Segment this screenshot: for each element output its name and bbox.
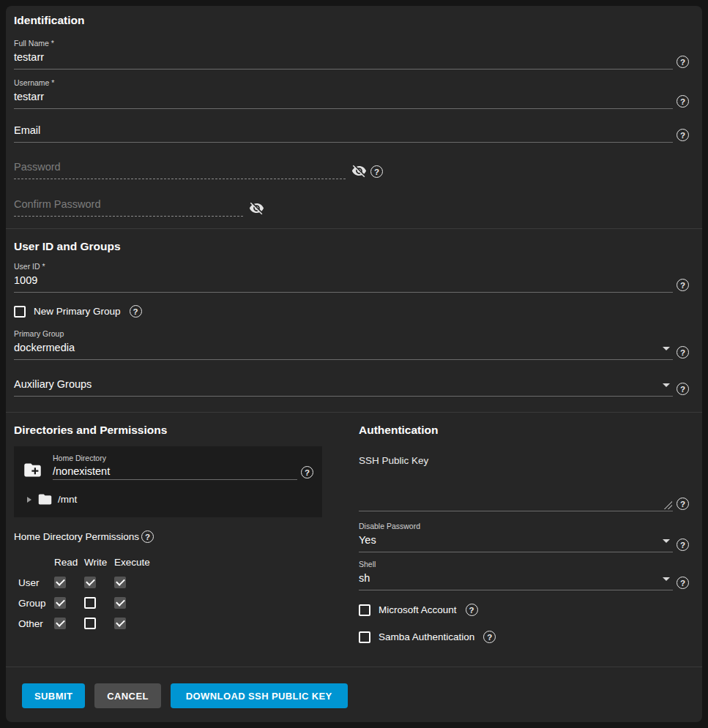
- other-write-checkbox[interactable]: [84, 618, 96, 629]
- user-write-checkbox[interactable]: [84, 577, 96, 588]
- disable-password-caret-down-icon[interactable]: [663, 539, 670, 543]
- user-form-card: Identification Full Name * testarr ? Use…: [6, 6, 702, 722]
- samba-authentication-help-icon[interactable]: ?: [483, 631, 496, 643]
- auxiliary-groups-select[interactable]: Auxiliary Groups: [14, 378, 673, 397]
- username-help-icon[interactable]: ?: [677, 95, 689, 108]
- auxiliary-groups-help-icon[interactable]: ?: [677, 383, 689, 395]
- home-directory-permissions-label: Home Directory Permissions: [14, 531, 139, 542]
- confirm-password-visibility-off-icon[interactable]: [249, 200, 264, 216]
- other-read-checkbox[interactable]: [54, 618, 66, 629]
- home-directory-label: Home Directory: [53, 454, 297, 463]
- permissions-row-user: User: [18, 572, 350, 593]
- group-read-checkbox[interactable]: [54, 597, 66, 609]
- password-field[interactable]: Password: [14, 160, 346, 179]
- folder-icon: [37, 492, 53, 507]
- disable-password-label: Disable Password: [359, 522, 673, 531]
- full-name-field[interactable]: Full Name * testarr: [14, 39, 673, 70]
- user-id-help-icon[interactable]: ?: [677, 279, 689, 291]
- permissions-col-read: Read: [54, 557, 84, 568]
- ssh-public-key-label: SSH Public Key: [359, 455, 689, 466]
- full-name-value: testarr: [14, 50, 673, 64]
- cancel-button[interactable]: CANCEL: [94, 683, 161, 708]
- primary-group-select[interactable]: Primary Group dockermedia: [14, 329, 673, 360]
- group-execute-checkbox[interactable]: [114, 597, 126, 609]
- section-user-id-groups: User ID and Groups User ID * 1009 ? New …: [6, 228, 702, 412]
- disable-password-select[interactable]: Disable Password Yes: [359, 522, 673, 552]
- home-directory-field[interactable]: Home Directory /nonexistent: [53, 454, 297, 480]
- permissions-col-execute: Execute: [114, 557, 158, 568]
- ssh-public-key-textarea[interactable]: [359, 466, 673, 511]
- home-directory-permissions-help-icon[interactable]: ?: [141, 530, 154, 543]
- section-directories-authentication: Directories and Permissions Home Directo…: [6, 412, 702, 667]
- ssh-public-key-help-icon[interactable]: ?: [677, 498, 689, 510]
- authentication-title: Authentication: [359, 423, 689, 437]
- email-help-icon[interactable]: ?: [677, 129, 689, 141]
- microsoft-account-help-icon[interactable]: ?: [466, 604, 478, 616]
- primary-group-row: Primary Group dockermedia ?: [14, 329, 689, 360]
- shell-value: sh: [359, 571, 673, 585]
- auxiliary-groups-placeholder: Auxiliary Groups: [14, 378, 673, 391]
- user-id-field[interactable]: User ID * 1009: [14, 262, 673, 293]
- directories-column: Directories and Permissions Home Directo…: [14, 413, 350, 667]
- username-value: testarr: [14, 90, 673, 103]
- permissions-row-other: Other: [18, 613, 350, 634]
- password-help-icon[interactable]: ?: [370, 165, 383, 178]
- resize-handle-icon[interactable]: [663, 500, 672, 509]
- full-name-label: Full Name *: [14, 39, 673, 48]
- confirm-password-field[interactable]: Confirm Password: [14, 198, 243, 217]
- identification-title: Identification: [14, 13, 689, 27]
- disable-password-value: Yes: [359, 533, 673, 547]
- shell-label: Shell: [359, 560, 673, 569]
- tree-item-label: /mnt: [58, 494, 77, 505]
- group-write-checkbox[interactable]: [84, 597, 96, 609]
- primary-group-value: dockermedia: [14, 341, 673, 354]
- microsoft-account-label: Microsoft Account: [379, 604, 457, 615]
- disable-password-help-icon[interactable]: ?: [677, 539, 689, 551]
- home-directory-permissions-row: Home Directory Permissions ?: [14, 530, 350, 543]
- full-name-help-icon[interactable]: ?: [677, 56, 689, 68]
- password-placeholder: Password: [14, 160, 346, 173]
- username-field[interactable]: Username * testarr: [14, 78, 673, 109]
- section-actions: SUBMIT CANCEL DOWNLOAD SSH PUBLIC KEY: [6, 667, 702, 721]
- permissions-table: Read Write Execute User Group: [18, 552, 350, 634]
- auxiliary-groups-row: Auxiliary Groups ?: [14, 378, 689, 397]
- email-placeholder: Email: [14, 124, 673, 137]
- new-primary-group-checkbox[interactable]: [14, 306, 26, 318]
- other-execute-checkbox[interactable]: [114, 618, 126, 629]
- home-directory-row: Home Directory /nonexistent ?: [23, 454, 313, 480]
- samba-authentication-row: Samba Authentication ?: [359, 631, 689, 643]
- disable-password-row: Disable Password Yes ?: [359, 522, 689, 552]
- samba-authentication-checkbox[interactable]: [359, 631, 370, 643]
- shell-caret-down-icon[interactable]: [663, 577, 670, 581]
- home-directory-help-icon[interactable]: ?: [301, 466, 313, 479]
- button-row: SUBMIT CANCEL DOWNLOAD SSH PUBLIC KEY: [22, 667, 689, 708]
- submit-button[interactable]: SUBMIT: [22, 683, 85, 708]
- new-primary-group-help-icon[interactable]: ?: [130, 305, 142, 318]
- password-visibility-off-icon[interactable]: [351, 163, 367, 179]
- home-directory-value: /nonexistent: [53, 465, 297, 478]
- user-id-row: User ID * 1009 ?: [14, 262, 689, 293]
- permissions-row-label: User: [18, 577, 54, 588]
- permissions-row-label: Other: [18, 618, 54, 629]
- authentication-column: Authentication SSH Public Key ? Disable …: [359, 413, 689, 667]
- create-folder-icon[interactable]: [23, 460, 42, 480]
- primary-group-help-icon[interactable]: ?: [677, 346, 689, 359]
- new-primary-group-label: New Primary Group: [34, 306, 121, 317]
- full-name-row: Full Name * testarr ?: [14, 39, 689, 70]
- shell-help-icon[interactable]: ?: [677, 577, 689, 589]
- tree-expand-caret-icon[interactable]: [27, 497, 31, 503]
- email-row: Email ?: [14, 124, 689, 143]
- auxiliary-groups-caret-down-icon[interactable]: [663, 383, 670, 387]
- shell-select[interactable]: Shell sh: [359, 560, 673, 590]
- tree-item-mnt[interactable]: /mnt: [23, 492, 313, 507]
- home-directory-panel: Home Directory /nonexistent ? /mnt: [14, 446, 322, 517]
- microsoft-account-row: Microsoft Account ?: [359, 604, 689, 616]
- confirm-password-placeholder: Confirm Password: [14, 198, 243, 211]
- download-ssh-public-key-button[interactable]: DOWNLOAD SSH PUBLIC KEY: [171, 683, 348, 708]
- user-execute-checkbox[interactable]: [114, 577, 126, 588]
- microsoft-account-checkbox[interactable]: [359, 604, 370, 616]
- email-field[interactable]: Email: [14, 124, 673, 143]
- username-row: Username * testarr ?: [14, 78, 689, 109]
- user-read-checkbox[interactable]: [54, 577, 66, 588]
- primary-group-caret-down-icon[interactable]: [663, 347, 670, 350]
